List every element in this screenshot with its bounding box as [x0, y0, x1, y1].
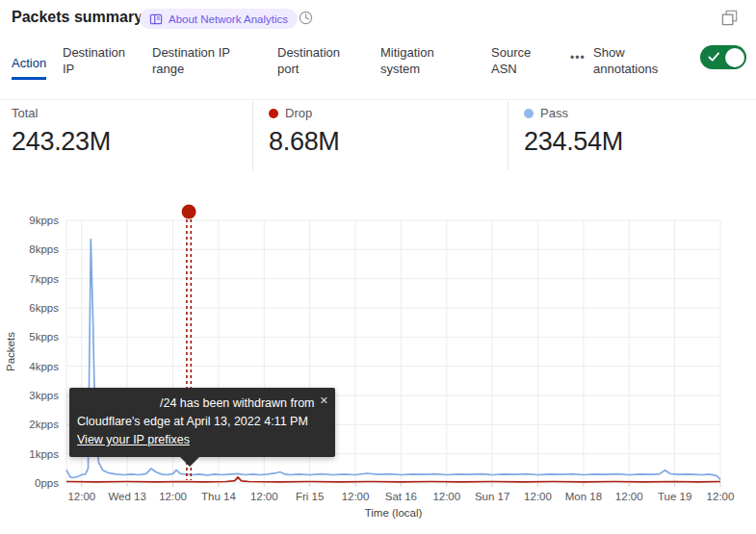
x-tick-label: 12:00 — [250, 491, 278, 502]
x-tick-label: Mon 18 — [565, 491, 602, 502]
x-tick-label: 12:00 — [432, 491, 460, 502]
x-tick-label: Sat 16 — [385, 491, 417, 502]
annotation-text-line1: /24 has been withdrawn from — [77, 394, 326, 413]
x-axis-title: Time (local) — [365, 507, 423, 519]
y-tick-label: 5kpps — [29, 331, 59, 343]
view-ip-prefixes-link[interactable]: View your IP prefixes — [77, 433, 190, 446]
annotation-marker-dot[interactable] — [182, 205, 196, 219]
x-tick-label: 12:00 — [67, 491, 95, 502]
y-tick-label: 8kpps — [29, 243, 59, 255]
y-tick-label: 1kpps — [29, 448, 59, 460]
y-tick-label: 0pps — [35, 477, 59, 489]
y-axis-title: Packets — [5, 332, 16, 371]
x-tick-label: 12:00 — [524, 491, 552, 502]
packets-summary-panel: Packets summary About Network Analytics … — [0, 0, 756, 534]
y-tick-label: 6kpps — [29, 302, 59, 314]
x-tick-label: 12:00 — [615, 491, 643, 502]
annotation-text-line2: Cloudflare's edge at April 13, 2022 4:11… — [77, 413, 326, 431]
y-tick-label: 3kpps — [29, 390, 59, 401]
x-tick-label: Fri 15 — [296, 491, 324, 502]
tooltip-pointer — [180, 457, 199, 467]
x-tick-label: 12:00 — [342, 491, 370, 502]
series-line-drop — [66, 477, 720, 482]
y-tick-label: 9kpps — [29, 215, 59, 226]
x-tick-label: 12:00 — [707, 491, 735, 502]
tooltip-close-icon[interactable]: ✕ — [320, 392, 328, 410]
x-tick-label: Tue 19 — [658, 491, 691, 502]
y-tick-label: 4kpps — [29, 361, 59, 372]
y-tick-label: 2kpps — [29, 419, 59, 430]
x-tick-label: Sun 17 — [475, 491, 509, 502]
x-tick-label: Wed 13 — [108, 491, 145, 502]
x-tick-label: 12:00 — [159, 491, 187, 502]
x-tick-label: Thu 14 — [201, 491, 236, 502]
y-tick-label: 7kpps — [29, 273, 59, 285]
annotation-tooltip: /24 has been withdrawn from Cloudflare's… — [69, 388, 335, 457]
